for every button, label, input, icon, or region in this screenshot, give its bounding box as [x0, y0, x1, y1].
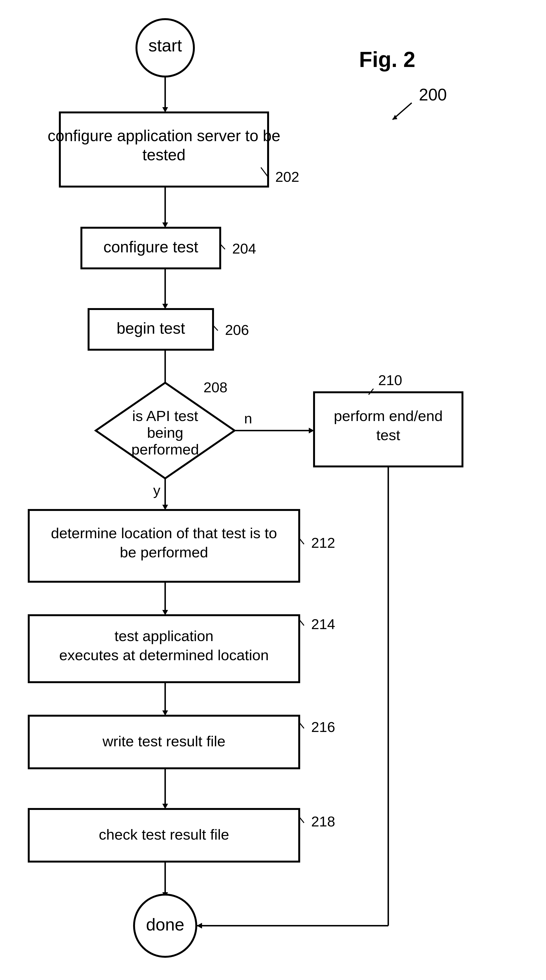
no-label: n [244, 410, 252, 426]
fig-label: Fig. 2 [359, 48, 415, 72]
yes-label: y [153, 482, 160, 498]
api-test-label1: is API test [132, 407, 198, 424]
ref-204: 204 [232, 241, 256, 257]
perform-end-test-label1: perform end/end [334, 407, 443, 424]
svg-marker-32 [197, 923, 202, 929]
configure-server-label: configure application server to be [48, 127, 280, 145]
test-app-executes-label1: test application [115, 628, 214, 644]
start-label: start [148, 36, 182, 55]
test-app-executes-label2: executes at determined location [59, 647, 268, 663]
check-test-result-label: check test result file [99, 826, 229, 843]
api-test-label3: performed [131, 441, 199, 458]
figure-number: 200 [419, 85, 447, 104]
configure-server-label2: tested [142, 146, 185, 164]
diagram-container: Fig. 2 200 start configure application s… [0, 0, 546, 980]
determine-location-label2: be performed [120, 544, 208, 560]
begin-test-label: begin test [117, 319, 185, 337]
perform-end-test-label2: test [376, 427, 400, 443]
configure-test-label: configure test [104, 238, 198, 256]
ref-208: 208 [203, 379, 227, 395]
ref-202: 202 [275, 169, 299, 185]
ref-212: 212 [311, 535, 335, 551]
ref-218: 218 [311, 813, 335, 830]
ref-216: 216 [311, 719, 335, 735]
determine-location-label1: determine location of that test is to [51, 525, 277, 541]
ref-210: 210 [378, 372, 402, 388]
write-test-result-label: write test result file [102, 733, 225, 749]
ref-214: 214 [311, 616, 335, 632]
done-label: done [146, 915, 184, 934]
api-test-label2: being [147, 424, 184, 441]
ref-206: 206 [225, 322, 249, 338]
